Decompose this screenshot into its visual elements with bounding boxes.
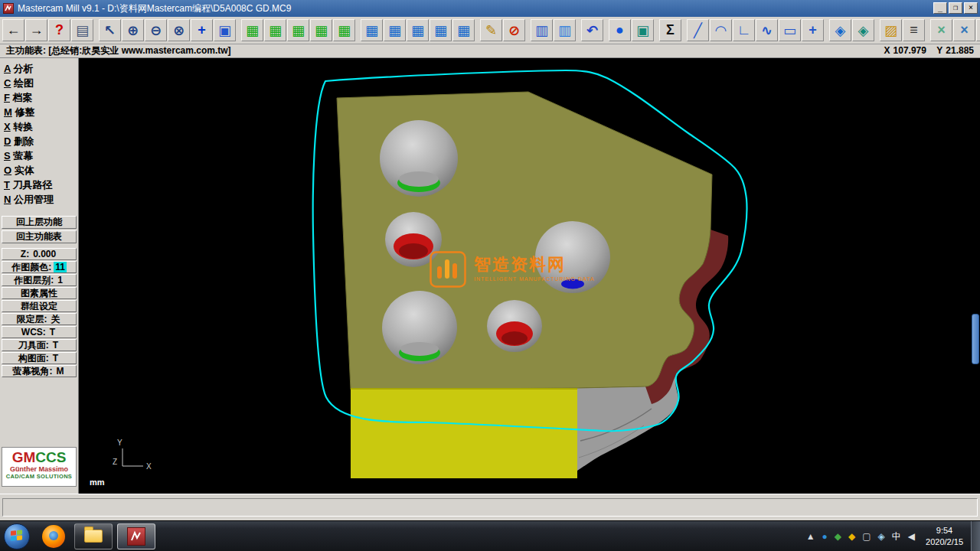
- surface-x-icon[interactable]: ×: [976, 19, 980, 41]
- zoom-in-icon[interactable]: ⊕: [122, 19, 144, 41]
- spline-icon[interactable]: ∿: [756, 19, 778, 41]
- tool-plane-button[interactable]: 刀具面:T: [2, 339, 77, 351]
- undelete-icon[interactable]: ✎: [480, 19, 502, 41]
- undo-icon[interactable]: ↶: [581, 19, 603, 41]
- usb-icon[interactable]: ◈: [878, 532, 885, 541]
- wcs-button[interactable]: WCS:T: [2, 326, 77, 338]
- cursor-inquiry-icon[interactable]: ↖: [99, 19, 121, 41]
- screen-view-button[interactable]: 萤幕视角:M: [2, 365, 77, 377]
- sidebar-item-C[interactable]: C 绘图: [0, 76, 78, 90]
- sidebar-item-S[interactable]: S 萤幕: [0, 148, 78, 163]
- file-icon[interactable]: ▨: [880, 19, 902, 41]
- shading-icon[interactable]: ●: [609, 19, 631, 41]
- main-menu-button[interactable]: 回主功能表: [2, 230, 77, 243]
- firefox-button[interactable]: [42, 525, 65, 548]
- xform-icon[interactable]: ×: [930, 19, 952, 41]
- sidebar-item-M[interactable]: M 修整: [0, 105, 78, 119]
- curve-x-icon[interactable]: ×: [953, 19, 975, 41]
- app-blue-icon[interactable]: ●: [822, 532, 828, 541]
- back-arrow-icon[interactable]: ←: [2, 19, 24, 41]
- cplane-side-icon[interactable]: ▦: [407, 19, 429, 41]
- delete-icon[interactable]: ⊘: [503, 19, 525, 41]
- line-icon[interactable]: ╱: [687, 19, 709, 41]
- viewport-canvas[interactable]: Y Z X 智造资料网 INTELLIGENT MANUFACTURING DA…: [79, 58, 980, 494]
- maximize-button[interactable]: ❐: [949, 2, 962, 14]
- firefox-icon: [49, 531, 58, 540]
- gview-iso-icon[interactable]: ▦: [310, 19, 332, 41]
- start-button[interactable]: [4, 523, 30, 549]
- hole-red-bottom[interactable]: [487, 300, 542, 352]
- clock-date: 2020/2/15: [926, 536, 963, 548]
- copy-window-icon[interactable]: ▥: [554, 19, 576, 41]
- prompt-bar: [0, 494, 980, 520]
- prompt-input[interactable]: [2, 498, 978, 517]
- units-label: mm: [90, 478, 105, 487]
- zoom-auto-icon[interactable]: ⊗: [168, 19, 190, 41]
- gview-dynamic-icon[interactable]: ▦: [333, 19, 355, 41]
- draw-color-button[interactable]: 作图颜色:11: [2, 261, 77, 273]
- sidebar-item-A[interactable]: A 分析: [0, 61, 78, 76]
- window-title: Mastercam Mill v9.1 - D:\资料网Mastercam编程\…: [18, 0, 291, 17]
- close-button[interactable]: ×: [964, 2, 978, 14]
- point-icon[interactable]: +: [802, 19, 824, 41]
- safety-shield-icon[interactable]: ◆: [835, 532, 841, 541]
- volume-icon[interactable]: ◀: [908, 532, 915, 541]
- clock-time: 9:54: [926, 525, 963, 536]
- surfaces-icon[interactable]: ◈: [852, 19, 874, 41]
- gview-side-icon[interactable]: ▦: [287, 19, 309, 41]
- zoom-window-icon[interactable]: ⊖: [145, 19, 167, 41]
- minimize-button[interactable]: _: [933, 2, 947, 14]
- sidebar-item-F[interactable]: F 档案: [0, 90, 78, 105]
- gview-front-icon[interactable]: ▦: [264, 19, 286, 41]
- z-depth-button[interactable]: Z:0.000: [2, 248, 77, 260]
- surface-display-icon[interactable]: ▣: [632, 19, 654, 41]
- network-icon[interactable]: ▢: [862, 532, 871, 541]
- arc-icon[interactable]: ◠: [710, 19, 732, 41]
- cplane-3d-icon[interactable]: ▦: [430, 19, 452, 41]
- hole-green-bottom[interactable]: [382, 291, 457, 364]
- menu-prompt: 主功能表: [总经销:欣昊实业 www.mastercam.com.tw]: [6, 44, 231, 57]
- input-lang-icon[interactable]: 中: [892, 532, 901, 541]
- level-limit-button[interactable]: 限定层:关: [2, 313, 77, 325]
- tray-expand-icon[interactable]: ▲: [806, 532, 815, 541]
- layers-icon[interactable]: ≡: [903, 19, 925, 41]
- sidebar-item-T[interactable]: T 刀具路径: [0, 178, 78, 192]
- statistics-icon[interactable]: Σ: [659, 19, 681, 41]
- help-icon[interactable]: ?: [48, 19, 70, 41]
- notes-icon[interactable]: ▤: [71, 19, 93, 41]
- solids-icon[interactable]: ◈: [829, 19, 851, 41]
- coord-x-label: X: [884, 45, 890, 56]
- part-front-face[interactable]: [351, 388, 577, 478]
- gview-top-icon[interactable]: ▦: [241, 19, 263, 41]
- cplane-top-icon[interactable]: ▦: [361, 19, 383, 41]
- mastercam-taskbar-button[interactable]: [117, 523, 155, 549]
- blank-window-icon[interactable]: ▥: [531, 19, 553, 41]
- fit-screen-icon[interactable]: ▣: [214, 19, 236, 41]
- rectangle-icon[interactable]: ▭: [779, 19, 801, 41]
- explorer-button[interactable]: [74, 523, 113, 549]
- hole-large-top[interactable]: [380, 120, 458, 197]
- sidebar-item-N[interactable]: N 公用管理: [0, 192, 78, 207]
- draw-level-button[interactable]: 作图层别:1: [2, 274, 77, 286]
- forward-arrow-icon[interactable]: →: [25, 19, 47, 41]
- cplane-front-icon[interactable]: ▦: [384, 19, 406, 41]
- back-menu-button[interactable]: 回上层功能: [2, 216, 77, 229]
- sidebar-item-X[interactable]: X 转换: [0, 119, 78, 134]
- viewport-scrollbar-thumb[interactable]: [972, 314, 979, 364]
- window-icon: [3, 3, 14, 14]
- sidebar-menu: A 分析C 绘图F 档案M 修整X 转换D 删除S 萤幕O 实体T 刀具路径N …: [0, 61, 78, 207]
- pan-icon[interactable]: +: [191, 19, 213, 41]
- construction-plane-button[interactable]: 构图面:T: [2, 352, 77, 364]
- axis-y-label: Y: [117, 439, 122, 447]
- fillet-icon[interactable]: ∟: [733, 19, 755, 41]
- taskbar-clock[interactable]: 9:54 2020/2/15: [926, 525, 963, 548]
- cplane-named-icon[interactable]: ▦: [452, 19, 475, 41]
- sidebar-item-O[interactable]: O 实体: [0, 163, 78, 178]
- tray: ▲●◆◆▢◈中◀: [806, 532, 915, 541]
- sidebar-item-D[interactable]: D 删除: [0, 134, 78, 148]
- logo-gm: GM: [12, 449, 36, 465]
- group-settings-button[interactable]: 群组设定: [2, 300, 77, 312]
- update-icon[interactable]: ◆: [848, 532, 855, 541]
- attributes-button[interactable]: 图素属性: [2, 287, 77, 299]
- show-desktop-button[interactable]: [971, 521, 980, 551]
